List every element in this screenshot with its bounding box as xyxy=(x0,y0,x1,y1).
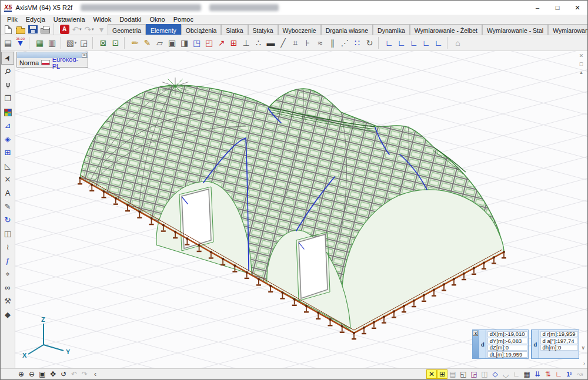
tab-statyka[interactable]: Statyka xyxy=(248,24,278,35)
previous-view-icon[interactable]: ‹ xyxy=(90,369,101,379)
dimension-lines-icon[interactable]: ▼35.00 xyxy=(14,37,26,49)
perspective-view-icon[interactable]: ◱ xyxy=(458,369,469,379)
grid-snap-toggle-icon[interactable]: ⊞ xyxy=(437,369,447,379)
axonometric-view-icon[interactable]: ◲ xyxy=(469,369,479,379)
spline-display-icon[interactable]: ◡ xyxy=(500,369,511,379)
transform-objects-icon[interactable]: ⊿ xyxy=(1,119,14,132)
norma-palette-titlebar[interactable]: × xyxy=(17,52,88,58)
tab-wyboczenie[interactable]: Wyboczenie xyxy=(278,24,321,35)
norma-close-icon[interactable]: × xyxy=(82,53,87,58)
rotate-node-icon[interactable]: ↻ xyxy=(363,37,376,49)
split-window-icon[interactable]: ◫ xyxy=(479,369,490,379)
node-grid-icon[interactable]: ∷ xyxy=(351,37,363,49)
undo-button[interactable]: ↶▾ xyxy=(71,23,83,36)
tab-geometria[interactable]: Geometria xyxy=(108,24,146,35)
draw-line-icon[interactable]: ✎ xyxy=(141,37,153,49)
local-angle-axis-icon[interactable]: ∟ xyxy=(432,37,445,49)
new-file-button[interactable] xyxy=(2,23,14,36)
numbering-icon[interactable]: 1² xyxy=(564,369,574,379)
layer-manager-icon[interactable]: ▤ xyxy=(2,37,14,49)
extrude-element-icon[interactable]: ◨ xyxy=(178,37,191,49)
tab-wymiarowanie-stal[interactable]: Wymiarowanie - Stal xyxy=(482,24,548,35)
undo-view-icon[interactable]: ↶ xyxy=(69,369,79,379)
mesh-display-icon[interactable]: ▦ xyxy=(522,369,532,379)
menu-ustawienia[interactable]: Ustawienia xyxy=(49,15,89,23)
local-plane-axis-icon[interactable]: ∟ xyxy=(420,37,432,49)
color-coding-icon[interactable] xyxy=(1,106,14,119)
redo-view-icon[interactable]: ↷ xyxy=(79,369,90,379)
storey-house-icon[interactable]: ⌂ xyxy=(452,37,464,49)
pdf-export-button[interactable]: A xyxy=(58,23,71,36)
link-element-icon[interactable]: ⋰ xyxy=(339,37,351,49)
tab-obciazenia[interactable]: Obciążenia xyxy=(181,24,222,35)
tab-elementy[interactable]: Elementy xyxy=(146,24,181,35)
pan-icon[interactable]: ✥ xyxy=(48,369,58,379)
plate-hole-icon[interactable]: ▣ xyxy=(166,37,178,49)
beam-function-icon[interactable]: ƒ xyxy=(1,254,14,267)
close-button[interactable]: ✕ xyxy=(567,1,587,15)
print-button[interactable] xyxy=(39,23,51,36)
searchlight-icon[interactable]: ⌖ xyxy=(1,268,14,281)
surface-support-icon[interactable]: ▬ xyxy=(265,37,277,49)
spring-element-icon[interactable]: ≈ xyxy=(314,37,326,49)
report-maker-icon[interactable]: ▥ xyxy=(46,37,58,49)
load-display-icon[interactable]: ⇊ xyxy=(532,369,543,379)
table-browser-icon[interactable]: ▦ xyxy=(34,37,46,49)
renumber-icon[interactable]: ↻ xyxy=(1,214,14,227)
palette-chevron-down-icon[interactable]: ∨ xyxy=(581,345,585,351)
selection-cursor-icon[interactable]: ➤ xyxy=(1,52,14,65)
isometric-box-icon[interactable]: ◫ xyxy=(1,227,14,240)
local-system-icon[interactable]: ∟ xyxy=(553,369,564,379)
domain-icon[interactable]: ◳ xyxy=(191,37,203,49)
material-library-icon[interactable]: ▧▾ xyxy=(65,37,78,49)
settings-wrench-icon[interactable]: ⚒ xyxy=(1,295,14,308)
tab-dynamika[interactable]: Dynamika xyxy=(373,24,410,35)
save-button[interactable] xyxy=(26,23,39,36)
display-glasses-icon[interactable]: ∞ xyxy=(1,281,14,294)
saved-views-icon[interactable]: ◲ xyxy=(78,37,90,49)
link-view-icon[interactable]: ↝ xyxy=(574,369,585,379)
delta-mode-button[interactable]: d xyxy=(479,330,486,358)
zoom-in-icon[interactable]: ⊕ xyxy=(16,369,26,379)
canvas-maximize-icon[interactable]: □ xyxy=(578,61,584,68)
vector-icon[interactable]: ↗ xyxy=(215,37,228,49)
tab-drgania-wlasne[interactable]: Drgania własne xyxy=(321,24,373,35)
rotate-view-icon[interactable]: ↺ xyxy=(58,369,69,379)
edit-layers-icon[interactable]: ✎ xyxy=(1,200,14,213)
menu-edycja[interactable]: Edycja xyxy=(22,15,49,23)
toolbar-overflow-caret[interactable]: ▾ xyxy=(95,23,108,36)
frame-element-icon[interactable]: ⌗ xyxy=(289,37,302,49)
local-line-axis-icon[interactable]: ∟ xyxy=(407,37,420,49)
domain-hole-icon[interactable]: ◰ xyxy=(203,37,215,49)
tab-wymiarowanie-zelbet[interactable]: Wymiarowanie - Żelbet xyxy=(410,24,482,35)
draw-node-icon[interactable]: ✏ xyxy=(129,37,141,49)
rib-element-icon[interactable]: ╱ xyxy=(277,37,289,49)
layers-list-icon[interactable]: ▤ xyxy=(447,369,458,379)
menu-pomoc[interactable]: Pomoc xyxy=(169,15,198,23)
open-file-button[interactable] xyxy=(14,23,26,36)
model-info-icon[interactable]: ◆ xyxy=(1,308,14,321)
palette-close-icon[interactable]: x xyxy=(473,331,478,336)
tab-siatka[interactable]: Siatka xyxy=(221,24,248,35)
gap-element-icon[interactable]: ∥ xyxy=(326,37,339,49)
zoom-magnifier-icon[interactable]: ⚲ xyxy=(1,65,14,78)
canvas-close-icon[interactable]: ✕ xyxy=(578,53,584,59)
zoom-out-icon[interactable]: ⊖ xyxy=(26,369,37,379)
zoom-fit-icon[interactable]: ▣ xyxy=(37,369,48,379)
delete-tool-icon[interactable]: ✕ xyxy=(1,173,14,186)
redo-button[interactable]: ↷▾ xyxy=(83,23,95,36)
table-locked-icon[interactable]: ⊠ xyxy=(97,37,109,49)
maximize-button[interactable]: □ xyxy=(547,1,567,15)
plate-element-icon[interactable]: ▱ xyxy=(153,37,166,49)
model-canvas[interactable]: × Norma Eurokod-PL ✕ □ ▴ x d xyxy=(15,51,587,368)
local-xy-axis-icon[interactable]: ∟ xyxy=(395,37,407,49)
geometry-check-ruler-icon[interactable]: ◺ xyxy=(1,160,14,173)
menu-okno[interactable]: Okno xyxy=(145,15,169,23)
section-polyline-icon[interactable]: ≀ xyxy=(1,241,14,254)
workplane-diamond-icon[interactable]: ◈ xyxy=(1,133,14,146)
canvas-collapse-icon[interactable]: ▴ xyxy=(578,69,584,76)
line-support-icon[interactable]: ∴ xyxy=(252,37,265,49)
view-direction-icon[interactable]: ⋔ xyxy=(1,79,14,92)
tab-wymiarowanie-drewno[interactable]: Wymiarowanie - Drewno xyxy=(548,24,588,35)
menu-plik[interactable]: Plik xyxy=(3,15,22,23)
